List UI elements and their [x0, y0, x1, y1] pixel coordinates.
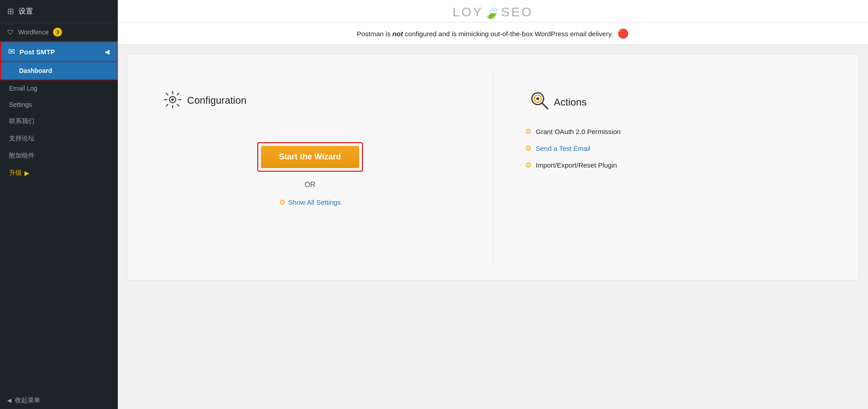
brand-seo: SEO: [501, 5, 533, 19]
wordfence-icon: 🛡: [7, 29, 14, 36]
show-all-label: Show All Settings: [288, 198, 341, 206]
wordfence-label: Wordfence: [18, 29, 48, 36]
notice-close-button[interactable]: 🔴: [617, 29, 629, 38]
mail-icon: ✉: [8, 47, 15, 57]
wordfence-badge: 3: [53, 28, 62, 37]
action-gear-icon-2: ⚙: [525, 144, 531, 153]
sidebar-collapse-button[interactable]: ◀ 收起菜单: [0, 392, 118, 409]
action-gear-icon-1: ⚙: [525, 127, 531, 136]
notice-bar: Postman is not configured and is mimicki…: [118, 23, 868, 45]
sidebar-item-settings[interactable]: Settings: [0, 96, 118, 113]
action-gear-icon-3: ⚙: [525, 161, 531, 169]
sidebar-item-email-log[interactable]: Email Log: [0, 80, 118, 96]
brand-logo: LOY🍃SEO: [453, 5, 533, 19]
action-item-oauth[interactable]: ⚙ Grant OAuth 2.0 Permission: [525, 127, 832, 136]
svg-point-4: [536, 97, 539, 100]
config-section-header: Configuration: [154, 91, 246, 111]
start-wizard-button[interactable]: Start the Wizard: [261, 146, 359, 168]
svg-line-5: [542, 103, 548, 109]
notice-em: not: [392, 30, 403, 38]
notice-text: Postman is not configured and is mimicki…: [357, 30, 613, 38]
brand-loy: LOY: [453, 5, 483, 19]
upgrade-arrow-icon: ▶: [24, 169, 29, 177]
action-label-oauth: Grant OAuth 2.0 Permission: [536, 128, 621, 135]
settings-grid-icon: ⊞: [7, 6, 14, 16]
brand-bar: LOY🍃SEO: [118, 0, 868, 23]
sidebar-item-contact[interactable]: 联系我们: [0, 113, 118, 130]
wizard-button-wrapper: Start the Wizard: [257, 142, 363, 172]
action-item-test-email[interactable]: ⚙ Send a Test Email: [525, 144, 832, 153]
sidebar-nav: 🛡 Wordfence 3 ✉ Post SMTP ◀ Dashboard Em…: [0, 23, 118, 182]
wizard-area: Start the Wizard OR ⚙ Show All Settings: [257, 142, 363, 207]
sidebar-arrow-icon: ◀: [105, 48, 110, 55]
show-all-settings-link[interactable]: ⚙ Show All Settings: [279, 198, 341, 207]
sidebar: ⊞ 设置 🛡 Wordfence 3 ✉ Post SMTP ◀ Dashboa…: [0, 0, 118, 409]
sidebar-item-addons[interactable]: 附加组件: [0, 147, 118, 164]
main-content: LOY🍃SEO Postman is not configured and is…: [118, 0, 868, 409]
sidebar-item-support[interactable]: 支持论坛: [0, 130, 118, 147]
main-panel: Configuration Start the Wizard OR ⚙ Show…: [127, 54, 859, 280]
collapse-label: 收起菜单: [15, 396, 40, 404]
sidebar-item-post-smtp[interactable]: ✉ Post SMTP ◀: [0, 41, 118, 62]
action-label-import-export: Import/Export/Reset Plugin: [536, 161, 617, 169]
sidebar-header-title: 设置: [19, 7, 33, 16]
or-divider: OR: [304, 181, 315, 189]
actions-section-header: Actions: [521, 91, 587, 114]
collapse-arrow-icon: ◀: [7, 397, 11, 404]
config-section: Configuration Start the Wizard OR ⚙ Show…: [127, 72, 493, 262]
action-list: ⚙ Grant OAuth 2.0 Permission ⚙ Send a Te…: [521, 127, 832, 169]
brand-y: 🍃: [483, 5, 501, 19]
config-gear-icon: [164, 91, 182, 111]
post-smtp-label: Post SMTP: [19, 48, 55, 56]
sidebar-header: ⊞ 设置: [0, 0, 118, 23]
actions-section-title: Actions: [554, 96, 587, 108]
show-all-gear-icon: ⚙: [279, 198, 285, 207]
actions-target-icon: [530, 91, 549, 114]
config-section-title: Configuration: [187, 95, 246, 106]
action-label-test-email: Send a Test Email: [536, 144, 591, 152]
svg-point-1: [171, 98, 174, 101]
dashboard-label: Dashboard: [19, 67, 52, 74]
action-item-import-export[interactable]: ⚙ Import/Export/Reset Plugin: [525, 161, 832, 169]
sidebar-item-upgrade[interactable]: 升级 ▶: [0, 164, 118, 182]
actions-section: Actions ⚙ Grant OAuth 2.0 Permission ⚙ S…: [493, 72, 859, 262]
sidebar-item-dashboard[interactable]: Dashboard: [0, 62, 118, 80]
sidebar-item-wordfence[interactable]: 🛡 Wordfence 3: [0, 23, 118, 41]
